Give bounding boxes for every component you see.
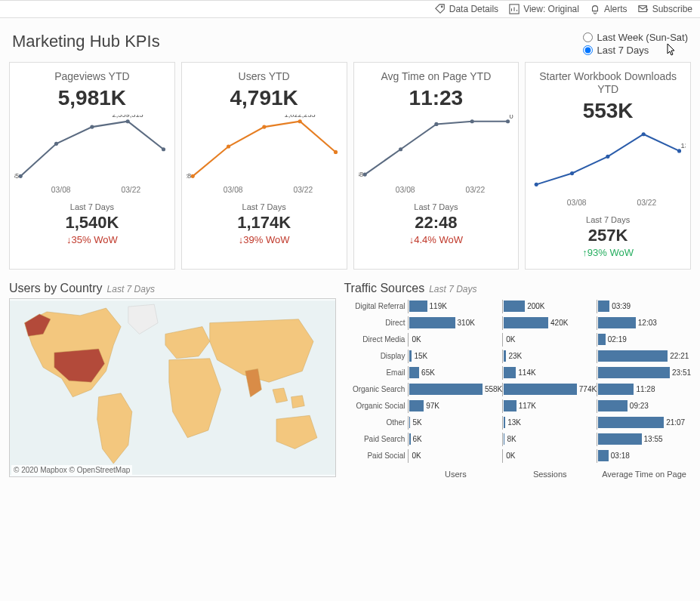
- kpi-card[interactable]: Avg Time on Page YTD 11:23 16:48:3800:51…: [353, 62, 520, 270]
- traffic-time-cell: 03:18: [597, 449, 691, 463]
- kpi-title: Users YTD: [239, 70, 290, 83]
- svg-text:03/22: 03/22: [121, 186, 140, 194]
- svg-text:00:51:14: 00:51:14: [509, 115, 513, 120]
- traffic-sessions-cell: 8K: [502, 433, 597, 446]
- toolbar: Data Details View: Original Alerts Subsc…: [0, 1, 700, 18]
- arrow-up-icon: ↑: [582, 247, 587, 258]
- traffic-users-cell: 0K: [408, 449, 502, 463]
- traffic-time-cell: 23:51: [597, 366, 691, 380]
- svg-text:03/08: 03/08: [567, 199, 587, 207]
- svg-text:265: 265: [14, 172, 19, 180]
- data-details-button[interactable]: Data Details: [435, 4, 498, 14]
- traffic-category-label: Digital Referral: [344, 302, 408, 310]
- kpi-wow: ↓35% WoW: [66, 234, 118, 245]
- svg-text:1,822,233: 1,822,233: [284, 115, 315, 119]
- svg-point-30: [535, 182, 538, 186]
- svg-point-15: [298, 119, 301, 123]
- alerts-button[interactable]: Alerts: [590, 4, 628, 14]
- svg-point-0: [441, 6, 443, 8]
- kpi-last7-label: Last 7 Days: [242, 202, 286, 211]
- sparkline: 2,359,31326503/0803/22: [14, 115, 170, 198]
- kpi-wow: ↓4.4% WoW: [409, 234, 463, 245]
- traffic-time-cell: 13:55: [597, 433, 691, 446]
- svg-point-4: [54, 142, 58, 146]
- svg-point-34: [677, 149, 681, 153]
- col-sessions: Sessions: [502, 467, 597, 481]
- kpi-value-ytd: 4,791K: [230, 86, 298, 110]
- traffic-row: Display 15K 23K 22:21: [344, 348, 691, 365]
- traffic-category-label: Paid Social: [344, 452, 408, 460]
- traffic-users-cell: 558K: [408, 383, 502, 396]
- arrow-down-icon: ↓: [239, 234, 244, 245]
- traffic-sessions-cell: 200K: [502, 300, 597, 313]
- svg-point-24: [470, 119, 473, 123]
- traffic-time-cell: 12:03: [597, 316, 691, 330]
- svg-point-6: [126, 119, 130, 123]
- kpi-title: Avg Time on Page YTD: [381, 70, 491, 83]
- sparkline: 16:48:3800:51:1403/0803/22: [359, 115, 514, 198]
- traffic-sessions-cell: 420K: [502, 316, 597, 330]
- kpi-card[interactable]: Users YTD 4,791K 1,822,2332803/0803/22 L…: [181, 62, 347, 270]
- traffic-category-label: Organic Search: [344, 385, 408, 393]
- kpi-last7-value: 1,540K: [65, 213, 119, 233]
- map-credit: © 2020 Mapbox © OpenStreetMap: [11, 465, 132, 475]
- traffic-row: Email 65K 114K 23:51: [344, 365, 691, 381]
- svg-point-23: [434, 122, 438, 126]
- traffic-users-cell: 97K: [408, 399, 502, 413]
- svg-text:03/08: 03/08: [395, 186, 415, 194]
- kpi-card[interactable]: Starter Workbook Downloads YTD 553K 131,…: [525, 62, 691, 270]
- kpi-last7-label: Last 7 Days: [70, 202, 114, 211]
- kpi-wow: ↓39% WoW: [239, 234, 290, 245]
- kpi-wow: ↑93% WoW: [582, 247, 634, 258]
- svg-point-16: [334, 150, 338, 154]
- kpi-value-ytd: 553K: [583, 99, 634, 123]
- svg-text:03/22: 03/22: [465, 186, 485, 194]
- kpi-last7-value: 22:48: [415, 213, 457, 233]
- sparkline: 1,822,2332803/0803/22: [187, 115, 342, 198]
- traffic-row: Organic Social 97K 117K 09:23: [344, 398, 691, 415]
- page-title: Marketing Hub KPIs: [12, 32, 160, 51]
- svg-text:131,350: 131,350: [681, 141, 686, 149]
- arrow-down-icon: ↓: [66, 234, 72, 245]
- view-label: View: Original: [523, 4, 579, 14]
- traffic-category-label: Email: [344, 368, 408, 377]
- traffic-sessions-cell: 23K: [502, 350, 597, 363]
- subscribe-label: Subscribe: [652, 4, 692, 14]
- svg-point-14: [262, 125, 266, 128]
- svg-text:16:48:38: 16:48:38: [359, 171, 363, 178]
- svg-text:28: 28: [187, 172, 191, 180]
- traffic-sessions-cell: 114K: [502, 366, 597, 380]
- traffic-sources-chart[interactable]: Digital Referral 119K 200K 03:39 Direct …: [344, 298, 691, 481]
- svg-point-12: [190, 174, 194, 178]
- view-button[interactable]: View: Original: [509, 4, 579, 14]
- traffic-row: Other 5K 13K 21:07: [344, 415, 691, 431]
- traffic-row: Organic Search 558K 774K 11:28: [344, 381, 691, 398]
- tag-icon: [435, 4, 446, 14]
- kpi-last7-value: 257K: [588, 226, 628, 245]
- svg-text:03/22: 03/22: [293, 186, 313, 194]
- kpi-last7-label: Last 7 Days: [586, 215, 630, 224]
- radio-last-week[interactable]: Last Week (Sun-Sat): [583, 32, 688, 43]
- traffic-users-cell: 310K: [408, 316, 502, 330]
- kpi-value-ytd: 5,981K: [58, 86, 126, 110]
- svg-point-25: [505, 119, 509, 123]
- traffic-users-cell: 6K: [408, 433, 502, 446]
- svg-text:03/08: 03/08: [224, 186, 243, 194]
- traffic-row: Direct Media 0K 0K 02:19: [344, 331, 691, 348]
- subscribe-button[interactable]: Subscribe: [638, 4, 692, 14]
- traffic-category-label: Display: [344, 352, 408, 360]
- kpi-card[interactable]: Pageviews YTD 5,981K 2,359,31326503/0803…: [9, 62, 175, 270]
- traffic-users-cell: 5K: [408, 416, 502, 430]
- traffic-users-cell: 119K: [408, 300, 502, 313]
- bar-chart-icon: [509, 4, 520, 14]
- svg-point-21: [362, 172, 366, 176]
- alerts-label: Alerts: [604, 4, 628, 14]
- traffic-category-label: Organic Social: [344, 402, 408, 410]
- data-details-label: Data Details: [449, 4, 498, 14]
- world-map[interactable]: © 2020 Mapbox © OpenStreetMap: [9, 298, 336, 477]
- svg-text:03/08: 03/08: [51, 186, 71, 194]
- traffic-category-label: Other: [344, 418, 408, 427]
- traffic-row: Digital Referral 119K 200K 03:39: [344, 298, 691, 315]
- traffic-users-cell: 0K: [408, 333, 502, 347]
- traffic-time-cell: 11:28: [597, 383, 691, 396]
